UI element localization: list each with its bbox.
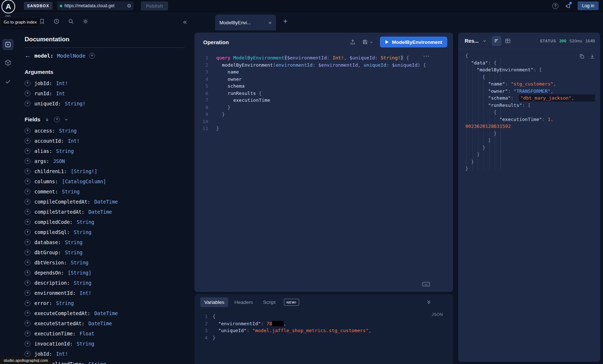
field-type-link[interactable]: Int! xyxy=(68,138,80,144)
new-tab-button[interactable]: + xyxy=(283,18,288,25)
field-row[interactable]: +alias:String xyxy=(25,146,185,156)
add-field-icon[interactable]: + xyxy=(25,80,30,86)
add-field-icon[interactable]: + xyxy=(25,91,30,96)
field-type-link[interactable]: Int xyxy=(56,91,65,96)
download-response-icon[interactable] xyxy=(590,54,595,59)
field-row[interactable]: +description:String xyxy=(25,278,185,288)
add-field-icon[interactable]: + xyxy=(25,270,30,276)
field-type-link[interactable]: String xyxy=(56,148,74,154)
field-row[interactable]: +jobId:Int! xyxy=(25,79,185,88)
add-field-icon[interactable]: + xyxy=(25,290,30,296)
endpoint-settings-gear-icon[interactable]: ⚙ xyxy=(127,3,131,9)
field-row[interactable]: +error:String xyxy=(25,298,185,308)
field-name[interactable]: uniqueId: xyxy=(34,101,61,106)
share-icon[interactable] xyxy=(350,39,356,45)
field-type-link[interactable]: String xyxy=(62,189,80,194)
field-name[interactable]: childrenL1: xyxy=(34,168,67,174)
endpoint-url-bar[interactable]: ⚙ xyxy=(57,1,134,10)
collapse-variables-icon[interactable] xyxy=(426,300,431,305)
field-name[interactable]: args: xyxy=(34,158,49,164)
field-row[interactable]: +access:String xyxy=(25,126,185,135)
login-button[interactable]: Log in xyxy=(578,1,599,10)
field-type-link[interactable]: String xyxy=(74,229,92,235)
sort-fields-icon[interactable] xyxy=(45,117,50,122)
breadcrumb-type-link[interactable]: ModelNode xyxy=(57,53,85,59)
copy-response-icon[interactable] xyxy=(579,54,585,59)
response-table-view-icon[interactable] xyxy=(505,38,511,44)
explorer-icon[interactable] xyxy=(3,39,13,50)
field-type-link[interactable]: Int! xyxy=(56,351,68,357)
checks-icon[interactable] xyxy=(5,78,11,85)
field-type-link[interactable]: String xyxy=(56,300,74,306)
field-name[interactable]: runId: xyxy=(34,91,52,96)
field-type-link[interactable]: DateTime xyxy=(94,199,118,205)
field-type-link[interactable]: String xyxy=(65,250,83,255)
add-field-icon[interactable]: + xyxy=(25,168,30,174)
keyboard-shortcuts-icon[interactable] xyxy=(422,281,430,287)
field-row[interactable]: +dependsOn:[String] xyxy=(25,268,185,277)
field-type-link[interactable]: String xyxy=(71,260,88,265)
add-field-icon[interactable]: + xyxy=(25,341,30,347)
search-icon[interactable] xyxy=(68,18,74,24)
chevron-down-icon[interactable] xyxy=(64,117,68,122)
field-name[interactable]: dependsOn: xyxy=(34,270,64,276)
field-name[interactable]: jobId: xyxy=(34,351,52,357)
field-type-link[interactable]: String xyxy=(59,128,77,134)
field-row[interactable]: +comment:String xyxy=(25,187,185,196)
field-row[interactable]: +compileStartedAt:DateTime xyxy=(25,207,185,217)
field-row[interactable]: +columns:[CatalogColumn] xyxy=(25,177,185,186)
operation-editor[interactable]: 1234567891011 query ModelByEnvironment($… xyxy=(194,51,453,132)
field-type-link[interactable]: String xyxy=(74,280,92,286)
add-field-icon[interactable]: + xyxy=(25,310,30,316)
field-type-link[interactable]: String xyxy=(88,361,106,364)
field-type-link[interactable]: Int! xyxy=(56,80,68,86)
add-field-icon[interactable]: + xyxy=(25,300,30,306)
field-type-link[interactable]: DateTime xyxy=(88,321,112,326)
publish-button[interactable]: Publish xyxy=(141,1,168,11)
field-row[interactable]: +args:JSON xyxy=(25,156,185,166)
field-name[interactable]: executeStartedAt: xyxy=(34,321,84,326)
add-field-icon[interactable]: + xyxy=(25,199,30,205)
tab-script[interactable]: Script xyxy=(259,297,280,307)
field-type-link[interactable]: String xyxy=(65,239,83,245)
field-row[interactable]: +runId:Int xyxy=(25,89,185,98)
field-type-link[interactable]: [String!] xyxy=(71,168,97,174)
field-type-link[interactable]: String! xyxy=(65,101,85,106)
help-icon[interactable]: ? xyxy=(552,3,558,9)
history-icon[interactable] xyxy=(54,18,59,24)
field-type-link[interactable]: [CatalogColumn] xyxy=(62,179,106,184)
field-name[interactable]: invocationId: xyxy=(34,341,73,347)
field-name[interactable]: jobId: xyxy=(34,80,52,86)
run-operation-button[interactable]: ModelByEnvironment xyxy=(380,37,447,47)
editor-overflow-menu-icon[interactable]: ⋯ xyxy=(423,52,430,60)
field-row[interactable]: +database:String xyxy=(25,238,185,247)
settings-gear-icon[interactable] xyxy=(83,18,88,24)
field-row[interactable]: +dbtGroup:String xyxy=(25,248,185,257)
schema-icon[interactable] xyxy=(5,59,11,66)
field-name[interactable]: database: xyxy=(34,239,61,245)
endpoint-url-input[interactable] xyxy=(64,3,125,8)
field-type-link[interactable]: Float xyxy=(80,331,95,336)
variables-code[interactable]: { "environmentId": 780000, "uniqueId": "… xyxy=(213,313,453,341)
variables-editor[interactable]: 1234 { "environmentId": 780000, "uniqueI… xyxy=(194,310,453,341)
add-field-icon[interactable]: + xyxy=(25,128,30,134)
operation-code[interactable]: query ModelByEnvironment($environmentId:… xyxy=(216,54,453,132)
collapse-panel-icon[interactable]: « xyxy=(183,18,187,25)
add-field-icon[interactable]: + xyxy=(25,209,30,215)
field-row[interactable]: +executionTime:Float xyxy=(25,329,185,338)
field-row[interactable]: +uniqueId:String! xyxy=(25,99,185,108)
field-row[interactable]: +executeCompletedAt:DateTime xyxy=(25,309,185,318)
response-format-filter-icon[interactable] xyxy=(492,36,501,46)
add-field-icon[interactable]: + xyxy=(25,351,30,357)
add-field-icon[interactable]: + xyxy=(25,148,30,154)
field-name[interactable]: comment: xyxy=(34,189,58,194)
add-field-icon[interactable]: + xyxy=(25,189,30,194)
field-name[interactable]: executeCompletedAt: xyxy=(34,310,90,316)
back-arrow-icon[interactable]: ← xyxy=(25,52,31,59)
tab-model-by-environment[interactable]: ModelByEnvi... × xyxy=(215,14,276,30)
add-fields-icon[interactable]: + xyxy=(54,117,60,122)
field-type-link[interactable]: [String] xyxy=(68,270,91,276)
add-field-icon[interactable]: + xyxy=(25,219,30,225)
field-row[interactable]: +executeStartedAt:DateTime xyxy=(25,319,185,328)
add-field-icon[interactable]: + xyxy=(25,321,30,326)
